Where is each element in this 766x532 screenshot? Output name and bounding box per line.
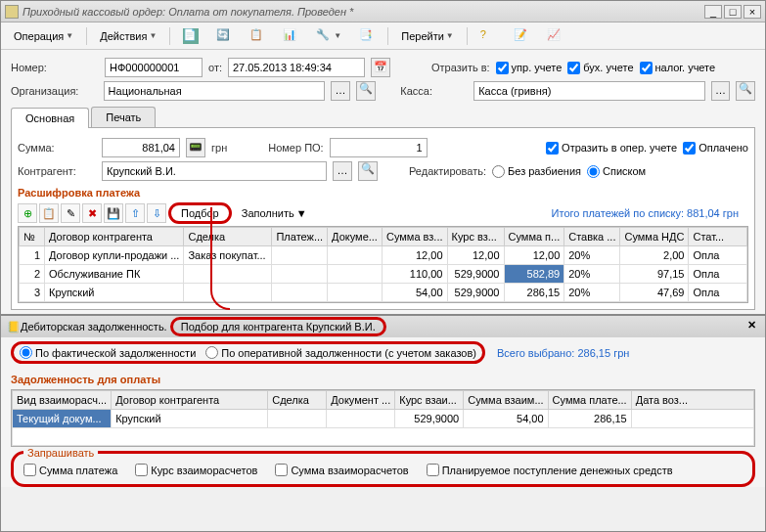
grid-edit-button[interactable]: ✎ (61, 203, 80, 223)
grid-add-button[interactable]: ⊕ (18, 203, 37, 223)
payments-summary: Итого платежей по списку: 881,04 грн (552, 207, 739, 219)
number-label: Номер: (11, 62, 99, 73)
org-field[interactable] (104, 81, 326, 101)
req-sum-checkbox[interactable]: Сумма платежа (23, 464, 117, 476)
radio-operative-debt[interactable]: По оперативной задолженности (с учетом з… (205, 346, 476, 359)
doc-icon (5, 5, 19, 19)
ka-select-button[interactable]: … (333, 161, 352, 181)
debt-grid[interactable]: Вид взаиморасч... Договор контрагента Сд… (11, 389, 755, 447)
edit-radio-list[interactable]: Списком (587, 165, 646, 178)
edit-label: Редактировать: (409, 165, 486, 177)
po-field[interactable] (330, 138, 428, 157)
ka-field[interactable] (102, 161, 327, 181)
toolbar-icon-6[interactable]: 📑 (352, 25, 382, 47)
req-rate-checkbox[interactable]: Курс взаиморасчетов (135, 464, 257, 476)
subwin-icon: 📒 (7, 321, 21, 333)
ka-search-button[interactable]: 🔍 (358, 161, 378, 181)
tab-main[interactable]: Основная (11, 108, 89, 128)
org-search-button[interactable]: 🔍 (356, 81, 376, 101)
toolbar-icon-7[interactable]: 📝 (507, 25, 536, 47)
toolbar-icon-3[interactable]: 📋 (243, 25, 272, 47)
org-label: Организация: (11, 85, 98, 97)
toolbar-icon-5[interactable]: 🔧▼ (309, 25, 348, 47)
grid-delete-button[interactable]: ✖ (82, 203, 102, 223)
actions-menu[interactable]: Действия▼ (93, 27, 163, 45)
kassa-label: Касса: (400, 85, 468, 97)
oper-reflect-checkbox[interactable]: Отразить в опер. учете (546, 142, 677, 155)
section-title: Расшифровка платежа (18, 187, 748, 199)
nal-checkbox[interactable]: налог. учете (640, 62, 716, 74)
grid-save-button[interactable]: 💾 (104, 203, 123, 223)
request-legend: Запрашивать (23, 447, 98, 459)
fill-menu[interactable]: Заполнить▼ (234, 205, 315, 221)
radio-actual-debt[interactable]: По фактической задолженности (20, 346, 196, 359)
window-title: Приходный кассовый ордер: Оплата от поку… (23, 6, 702, 18)
toolbar-icon-1[interactable]: 📄 (176, 25, 205, 47)
number-field[interactable] (105, 58, 203, 77)
edit-radio-single[interactable]: Без разбиения (492, 165, 581, 178)
from-label: от: (208, 62, 222, 73)
selected-summary: Всего выбрано: 286,15 грн (497, 347, 629, 359)
kassa-search-button[interactable]: 🔍 (736, 81, 755, 101)
po-label: Номер ПО: (268, 142, 323, 154)
sum-calc-button[interactable]: 📟 (186, 138, 205, 157)
subwin-close-button[interactable]: ✕ (743, 319, 759, 334)
table-row: 1Договор купли-продажи ...Заказ покупат.… (20, 246, 747, 265)
grid-down-button[interactable]: ⇩ (147, 203, 166, 223)
toolbar-icon-8[interactable]: 📈 (540, 25, 569, 47)
date-picker-button[interactable]: 📅 (371, 58, 390, 77)
maximize-button[interactable]: □ (724, 5, 742, 19)
debt-section-title: Задолженность для оплаты (11, 374, 765, 385)
org-select-button[interactable]: … (331, 81, 350, 101)
toolbar-icon-2[interactable]: 🔄 (209, 25, 239, 47)
toolbar-icon-4[interactable]: 📊 (276, 25, 305, 47)
kassa-field[interactable] (473, 81, 704, 101)
req-settlesum-checkbox[interactable]: Сумма взаиморасчетов (275, 464, 408, 476)
upr-checkbox[interactable]: упр. учете (496, 62, 563, 74)
help-icon[interactable]: ? (473, 25, 503, 47)
go-menu[interactable]: Перейти▼ (394, 27, 461, 45)
tab-print[interactable]: Печать (91, 107, 156, 127)
table-row: Текущий докум... Крупский 529,9000 54,00… (13, 410, 754, 428)
reflect-label: Отразить в: (431, 62, 490, 73)
operation-menu[interactable]: Операция▼ (7, 27, 80, 45)
subwin-title: Дебиторская задолженность. Подбор для ко… (21, 321, 743, 332)
paid-checkbox[interactable]: Оплачено (683, 142, 748, 155)
table-row: 2Обслуживание ПК110,00529,9000582,8920%9… (20, 265, 747, 284)
close-button[interactable]: × (743, 5, 761, 19)
grid-copy-button[interactable]: 📋 (39, 203, 59, 223)
buh-checkbox[interactable]: бух. учете (567, 62, 633, 74)
date-field[interactable] (228, 58, 365, 77)
sum-field[interactable] (102, 138, 180, 157)
ka-label: Контрагент: (18, 165, 96, 177)
payments-grid[interactable]: № Договор контрагента Сделка Платеж... Д… (18, 226, 748, 303)
minimize-button[interactable]: _ (704, 5, 722, 19)
kassa-select-button[interactable]: … (711, 81, 731, 101)
req-planned-checkbox[interactable]: Планируемое поступление денежных средств (427, 464, 673, 476)
currency-label: грн (211, 142, 227, 154)
table-row: 3Крупский54,00529,9000286,1520%47,69Опла (20, 284, 747, 302)
podbor-button[interactable]: Подбор (168, 202, 232, 224)
grid-up-button[interactable]: ⇧ (125, 203, 145, 223)
sum-label: Сумма: (18, 142, 96, 154)
